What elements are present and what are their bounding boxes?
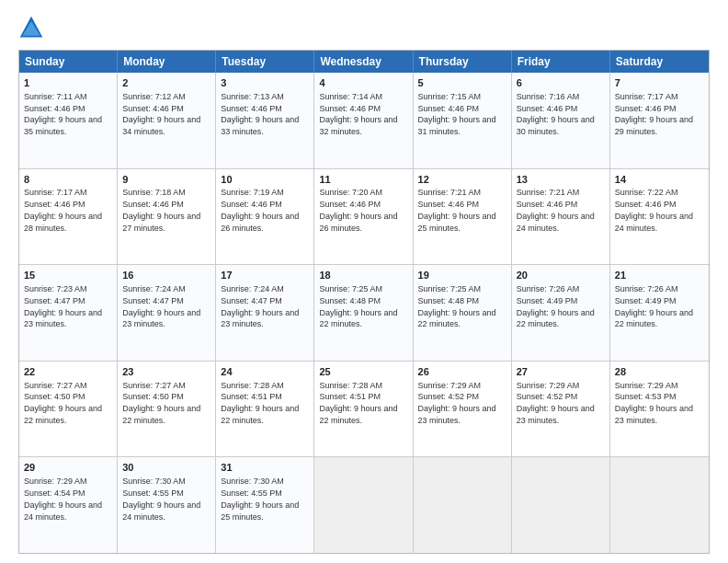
calendar-cell: 29Sunrise: 7:29 AM Sunset: 4:54 PM Dayli… [19,457,118,553]
calendar-cell: 20Sunrise: 7:26 AM Sunset: 4:49 PM Dayli… [512,265,610,361]
cell-info: Sunrise: 7:12 AM Sunset: 4:46 PM Dayligh… [122,92,200,136]
cell-info: Sunrise: 7:29 AM Sunset: 4:52 PM Dayligh… [418,381,496,425]
cell-info: Sunrise: 7:23 AM Sunset: 4:47 PM Dayligh… [24,284,102,328]
calendar-cell: 17Sunrise: 7:24 AM Sunset: 4:47 PM Dayli… [216,265,314,361]
day-number: 4 [319,76,407,90]
day-number: 10 [221,173,309,187]
day-number: 26 [418,365,506,379]
day-number: 5 [418,76,506,90]
day-number: 24 [221,365,309,379]
calendar-row: 8Sunrise: 7:17 AM Sunset: 4:46 PM Daylig… [19,169,709,266]
day-number: 13 [517,173,605,187]
cell-info: Sunrise: 7:17 AM Sunset: 4:46 PM Dayligh… [615,92,693,136]
calendar-cell: 14Sunrise: 7:22 AM Sunset: 4:46 PM Dayli… [610,169,709,265]
calendar: SundayMondayTuesdayWednesdayThursdayFrid… [18,50,710,554]
day-number: 25 [319,365,407,379]
calendar-cell: 31Sunrise: 7:30 AM Sunset: 4:55 PM Dayli… [216,457,314,553]
cell-info: Sunrise: 7:19 AM Sunset: 4:46 PM Dayligh… [221,188,299,232]
day-number: 31 [221,461,309,475]
calendar-cell: 23Sunrise: 7:27 AM Sunset: 4:50 PM Dayli… [118,362,216,457]
calendar-cell: 8Sunrise: 7:17 AM Sunset: 4:46 PM Daylig… [19,169,118,265]
calendar-cell: 1Sunrise: 7:11 AM Sunset: 4:46 PM Daylig… [19,73,118,168]
cell-info: Sunrise: 7:21 AM Sunset: 4:46 PM Dayligh… [517,188,595,232]
calendar-cell: 11Sunrise: 7:20 AM Sunset: 4:46 PM Dayli… [314,169,413,265]
day-number: 7 [615,76,704,90]
cell-info: Sunrise: 7:28 AM Sunset: 4:51 PM Dayligh… [221,381,299,425]
calendar-day-header: Wednesday [314,51,413,73]
calendar-day-header: Monday [118,51,216,73]
day-number: 16 [122,269,210,282]
cell-info: Sunrise: 7:11 AM Sunset: 4:46 PM Dayligh… [24,92,102,136]
cell-info: Sunrise: 7:17 AM Sunset: 4:46 PM Dayligh… [24,188,102,232]
calendar-row: 15Sunrise: 7:23 AM Sunset: 4:47 PM Dayli… [19,265,709,362]
calendar-cell: 5Sunrise: 7:15 AM Sunset: 4:46 PM Daylig… [414,73,512,168]
day-number: 28 [615,365,704,379]
cell-info: Sunrise: 7:24 AM Sunset: 4:47 PM Dayligh… [122,284,200,328]
calendar-cell: 24Sunrise: 7:28 AM Sunset: 4:51 PM Dayli… [216,362,314,457]
calendar-cell: 9Sunrise: 7:18 AM Sunset: 4:46 PM Daylig… [118,169,216,265]
cell-info: Sunrise: 7:28 AM Sunset: 4:51 PM Dayligh… [319,381,397,425]
day-number: 20 [517,269,605,282]
calendar-cell: 16Sunrise: 7:24 AM Sunset: 4:47 PM Dayli… [118,265,216,361]
cell-info: Sunrise: 7:27 AM Sunset: 4:50 PM Dayligh… [24,381,102,425]
page: SundayMondayTuesdayWednesdayThursdayFrid… [0,0,728,563]
calendar-cell: 19Sunrise: 7:25 AM Sunset: 4:48 PM Dayli… [414,265,512,361]
calendar-cell: 3Sunrise: 7:13 AM Sunset: 4:46 PM Daylig… [216,73,314,168]
calendar-cell: 4Sunrise: 7:14 AM Sunset: 4:46 PM Daylig… [314,73,413,168]
day-number: 19 [418,269,506,282]
calendar-row: 22Sunrise: 7:27 AM Sunset: 4:50 PM Dayli… [19,362,709,458]
day-number: 21 [615,269,704,282]
calendar-day-header: Thursday [414,51,512,73]
calendar-cell [610,457,709,553]
calendar-cell: 2Sunrise: 7:12 AM Sunset: 4:46 PM Daylig… [118,73,216,168]
cell-info: Sunrise: 7:25 AM Sunset: 4:48 PM Dayligh… [418,284,496,328]
cell-info: Sunrise: 7:27 AM Sunset: 4:50 PM Dayligh… [122,381,200,425]
day-number: 1 [24,76,112,90]
calendar-cell: 30Sunrise: 7:30 AM Sunset: 4:55 PM Dayli… [118,457,216,553]
calendar-cell: 7Sunrise: 7:17 AM Sunset: 4:46 PM Daylig… [610,73,709,168]
calendar-cell [414,457,512,553]
calendar-day-header: Saturday [610,51,709,73]
day-number: 15 [24,269,112,282]
cell-info: Sunrise: 7:25 AM Sunset: 4:48 PM Dayligh… [319,284,397,328]
calendar-cell: 28Sunrise: 7:29 AM Sunset: 4:53 PM Dayli… [610,362,709,457]
calendar-body: 1Sunrise: 7:11 AM Sunset: 4:46 PM Daylig… [19,73,709,553]
logo [18,15,48,40]
cell-info: Sunrise: 7:26 AM Sunset: 4:49 PM Dayligh… [517,284,595,328]
day-number: 11 [319,173,407,187]
day-number: 14 [615,173,704,187]
cell-info: Sunrise: 7:22 AM Sunset: 4:46 PM Dayligh… [615,188,693,232]
logo-icon [18,15,44,40]
day-number: 23 [122,365,210,379]
day-number: 6 [517,76,605,90]
cell-info: Sunrise: 7:29 AM Sunset: 4:54 PM Dayligh… [24,477,102,521]
header [18,15,710,40]
calendar-cell [314,457,413,553]
calendar-cell: 27Sunrise: 7:29 AM Sunset: 4:52 PM Dayli… [512,362,610,457]
day-number: 12 [418,173,506,187]
calendar-cell: 6Sunrise: 7:16 AM Sunset: 4:46 PM Daylig… [512,73,610,168]
cell-info: Sunrise: 7:30 AM Sunset: 4:55 PM Dayligh… [221,477,299,521]
cell-info: Sunrise: 7:29 AM Sunset: 4:52 PM Dayligh… [517,381,595,425]
cell-info: Sunrise: 7:16 AM Sunset: 4:46 PM Dayligh… [517,92,595,136]
calendar-day-header: Sunday [19,51,118,73]
day-number: 29 [24,461,112,475]
day-number: 9 [122,173,210,187]
calendar-cell [512,457,610,553]
calendar-cell: 21Sunrise: 7:26 AM Sunset: 4:49 PM Dayli… [610,265,709,361]
calendar-row: 29Sunrise: 7:29 AM Sunset: 4:54 PM Dayli… [19,457,709,553]
calendar-cell: 22Sunrise: 7:27 AM Sunset: 4:50 PM Dayli… [19,362,118,457]
cell-info: Sunrise: 7:14 AM Sunset: 4:46 PM Dayligh… [319,92,397,136]
cell-info: Sunrise: 7:26 AM Sunset: 4:49 PM Dayligh… [615,284,693,328]
cell-info: Sunrise: 7:29 AM Sunset: 4:53 PM Dayligh… [615,381,693,425]
cell-info: Sunrise: 7:18 AM Sunset: 4:46 PM Dayligh… [122,188,200,232]
calendar-header: SundayMondayTuesdayWednesdayThursdayFrid… [19,51,709,73]
calendar-day-header: Tuesday [216,51,314,73]
cell-info: Sunrise: 7:30 AM Sunset: 4:55 PM Dayligh… [122,477,200,521]
cell-info: Sunrise: 7:13 AM Sunset: 4:46 PM Dayligh… [221,92,299,136]
cell-info: Sunrise: 7:24 AM Sunset: 4:47 PM Dayligh… [221,284,299,328]
day-number: 22 [24,365,112,379]
calendar-cell: 10Sunrise: 7:19 AM Sunset: 4:46 PM Dayli… [216,169,314,265]
cell-info: Sunrise: 7:15 AM Sunset: 4:46 PM Dayligh… [418,92,496,136]
day-number: 27 [517,365,605,379]
